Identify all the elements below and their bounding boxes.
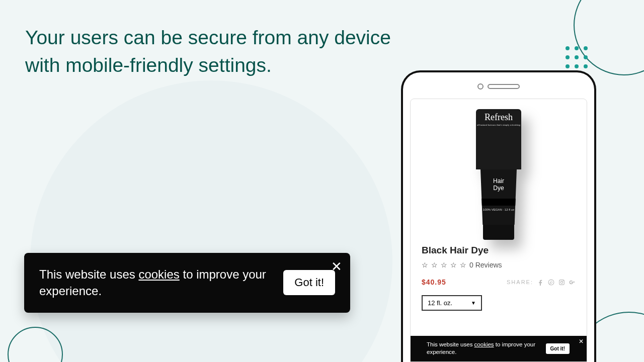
cookie-text-prefix-mobile: This website uses <box>427 341 474 347</box>
cookies-link[interactable]: cookies <box>138 267 179 281</box>
phone-camera-icon <box>477 83 484 89</box>
cookie-message: This website uses cookies to improve you… <box>39 266 273 300</box>
product-image: Refresh all-natural haircare that's simp… <box>422 105 576 241</box>
star-icon: ☆ <box>422 261 428 269</box>
product-brand: Refresh <box>476 112 521 123</box>
cookies-link-mobile[interactable]: cookies <box>474 341 494 347</box>
decorative-circle-bg <box>30 80 392 362</box>
product-title: Black Hair Dye <box>422 245 576 256</box>
svg-point-0 <box>548 280 554 285</box>
svg-point-3 <box>563 280 564 281</box>
decorative-ring-bottom-left <box>8 327 63 362</box>
size-select[interactable]: 12 fl. oz. ▼ <box>422 295 482 311</box>
share-label: SHARE: <box>507 279 533 285</box>
close-icon[interactable]: ✕ <box>331 259 342 275</box>
facebook-icon[interactable] <box>537 279 544 286</box>
product-label-line1: Hair <box>480 177 517 185</box>
phone-screen: Refresh all-natural haircare that's simp… <box>410 99 587 362</box>
marketing-headline: Your users can be secure from any device… <box>25 24 391 79</box>
phone-mockup: Refresh all-natural haircare that's simp… <box>401 70 596 362</box>
close-icon-mobile[interactable]: ✕ <box>579 338 584 345</box>
size-selected-value: 12 fl. oz. <box>428 299 452 307</box>
star-icon: ☆ <box>441 261 447 269</box>
accept-cookies-button-mobile[interactable]: Got it! <box>546 343 570 354</box>
phone-speaker-icon <box>488 84 520 89</box>
cookie-banner-mobile: This website uses cookies to improve you… <box>411 336 587 361</box>
svg-point-2 <box>560 281 562 283</box>
reviews-count: 0 Reviews <box>469 261 502 269</box>
phone-speaker-bar <box>477 83 520 89</box>
chevron-down-icon: ▼ <box>471 300 476 306</box>
accept-cookies-button[interactable]: Got it! <box>283 270 335 295</box>
product-tagline: all-natural haircare that's simply refre… <box>476 124 521 126</box>
pinterest-icon[interactable] <box>548 279 554 286</box>
instagram-icon[interactable] <box>558 279 565 286</box>
dot-grid-icon <box>566 46 588 68</box>
google-plus-icon[interactable] <box>569 279 576 286</box>
headline-line1: Your users can be secure from any device <box>25 24 391 52</box>
star-icon: ☆ <box>450 261 457 269</box>
star-icon: ☆ <box>460 261 466 269</box>
product-area: Refresh all-natural haircare that's simp… <box>411 99 587 311</box>
product-reviews[interactable]: ☆ ☆ ☆ ☆ ☆ 0 Reviews <box>422 261 576 269</box>
product-sublabel: 100% VEGAN · 12 fl oz <box>480 208 517 212</box>
product-price: $40.95 <box>422 278 446 286</box>
product-tube: Refresh all-natural haircare that's simp… <box>476 109 521 240</box>
product-label-line2: Dye <box>480 185 517 192</box>
cookie-text-prefix: This website uses <box>39 267 138 281</box>
headline-line2: with mobile-friendly settings. <box>25 52 391 79</box>
share-row: SHARE: <box>507 279 576 286</box>
star-icon: ☆ <box>431 261 438 269</box>
cookie-message-mobile: This website uses cookies to improve you… <box>427 341 540 356</box>
cookie-banner-desktop: This website uses cookies to improve you… <box>24 253 350 313</box>
